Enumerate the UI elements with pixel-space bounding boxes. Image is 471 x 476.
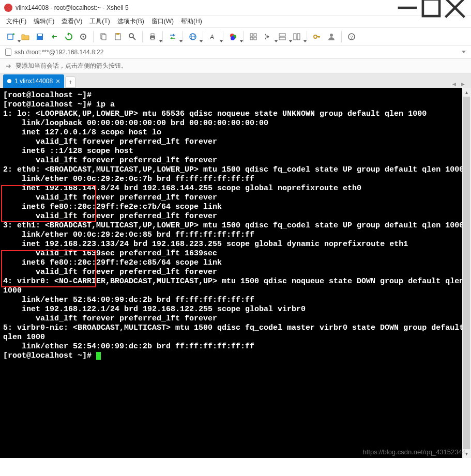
user-button[interactable]: [325, 30, 338, 43]
theme-button[interactable]: [226, 30, 240, 43]
address-url: ssh://root:***@192.168.144.8:22: [14, 49, 103, 56]
menu-tabs[interactable]: 选项卡(B): [117, 17, 144, 26]
tab-bar: 1 vlinx144008 × + ◂ ▸: [0, 73, 471, 88]
svg-rect-33: [279, 37, 285, 40]
copy-button[interactable]: [97, 30, 110, 43]
window-buttons: [396, 0, 467, 16]
help-button[interactable]: ?: [345, 30, 358, 43]
paste-button[interactable]: [111, 30, 125, 43]
svg-rect-8: [38, 34, 42, 36]
toolbar-divider: [162, 31, 163, 42]
lock-icon: [5, 49, 11, 56]
menu-file[interactable]: 文件(F): [6, 17, 26, 26]
svg-rect-29: [250, 37, 253, 40]
tab-status-icon: [7, 79, 11, 83]
svg-point-10: [83, 36, 84, 37]
globe-button[interactable]: [186, 30, 200, 43]
menu-edit[interactable]: 编辑(E): [34, 17, 54, 26]
chevron-down-icon[interactable]: [462, 51, 466, 53]
tab-nav: ◂ ▸: [452, 80, 468, 88]
menu-help[interactable]: 帮助(H): [181, 17, 202, 26]
fullscreen-button[interactable]: [247, 30, 260, 43]
svg-line-16: [133, 37, 135, 40]
svg-point-15: [129, 34, 133, 38]
toolbar: A ?: [0, 28, 471, 45]
hint-arrow-icon[interactable]: [5, 63, 12, 70]
svg-rect-18: [151, 34, 154, 36]
tile-button[interactable]: [276, 30, 289, 43]
toolbar-divider: [203, 31, 203, 42]
svg-rect-1: [423, 0, 439, 16]
titlebar: vlinx144008 - root@localhost:~ - Xshell …: [0, 0, 471, 16]
svg-rect-34: [294, 34, 296, 40]
svg-rect-4: [8, 34, 13, 39]
toolbar-divider: [341, 31, 342, 42]
menu-view[interactable]: 查看(V): [62, 17, 82, 26]
transfer-button[interactable]: [166, 30, 179, 43]
toolbar-divider: [307, 31, 307, 42]
open-button[interactable]: [19, 30, 32, 43]
svg-point-39: [330, 34, 333, 37]
terminal-scrollbar[interactable]: ▴ ▾: [462, 88, 471, 458]
scroll-thumb[interactable]: [463, 97, 470, 449]
svg-text:?: ?: [351, 35, 353, 40]
svg-point-31: [268, 36, 269, 37]
svg-rect-32: [279, 34, 285, 36]
reconnect-button[interactable]: [62, 30, 75, 43]
svg-rect-30: [254, 37, 256, 40]
scroll-up-button[interactable]: ▴: [462, 88, 471, 97]
window-title: vlinx144008 - root@localhost:~ - Xshell …: [16, 4, 396, 11]
toolbar-divider: [223, 31, 223, 42]
terminal-output[interactable]: [root@localhost ~]# [root@localhost ~]# …: [0, 88, 471, 458]
maximize-button[interactable]: [419, 0, 443, 16]
svg-rect-35: [297, 34, 300, 40]
key-button[interactable]: [310, 30, 324, 43]
find-button[interactable]: [126, 30, 139, 43]
svg-rect-28: [254, 34, 256, 36]
connect-button[interactable]: [48, 30, 61, 43]
tile2-button[interactable]: [290, 30, 303, 43]
address-bar[interactable]: ssh://root:***@192.168.144.8:22: [0, 45, 471, 59]
menu-tools[interactable]: 工具(T): [89, 17, 110, 26]
svg-rect-27: [250, 34, 253, 36]
terminal-pane[interactable]: [root@localhost ~]# [root@localhost ~]# …: [0, 88, 471, 458]
print-button[interactable]: [146, 30, 159, 43]
tab-label: 1 vlinx144008: [14, 78, 53, 85]
toolbar-divider: [142, 31, 143, 42]
svg-point-36: [314, 35, 317, 38]
tab-next-icon[interactable]: ▸: [461, 80, 465, 88]
svg-rect-12: [102, 35, 106, 40]
menu-window[interactable]: 窗口(W): [151, 17, 174, 26]
font-button[interactable]: A: [206, 30, 220, 43]
hint-text: 要添加当前会话，点击左侧的箭头按钮。: [16, 62, 127, 70]
properties-button[interactable]: [77, 30, 90, 43]
tab-close-icon[interactable]: ×: [56, 77, 60, 85]
toolbar-divider: [243, 31, 244, 42]
toolbar-divider: [93, 31, 94, 42]
close-button[interactable]: [443, 0, 467, 16]
svg-point-26: [231, 36, 235, 40]
watermark: https://blog.csdn.net/qq_43152344: [363, 448, 466, 456]
toolbar-divider: [183, 31, 183, 42]
svg-text:A: A: [209, 34, 214, 41]
hint-bar: 要添加当前会话，点击左侧的箭头按钮。: [0, 59, 471, 73]
svg-rect-14: [116, 33, 119, 35]
new-session-button[interactable]: [4, 30, 18, 43]
broadcast-button[interactable]: [261, 30, 275, 43]
app-icon: [4, 4, 12, 12]
scroll-track[interactable]: [462, 97, 471, 449]
svg-rect-19: [151, 38, 154, 40]
tab-active[interactable]: 1 vlinx144008 ×: [3, 74, 64, 88]
minimize-button[interactable]: [396, 0, 419, 16]
save-button[interactable]: [33, 30, 47, 43]
tab-prev-icon[interactable]: ◂: [452, 80, 456, 88]
tab-add-button[interactable]: +: [65, 76, 75, 88]
